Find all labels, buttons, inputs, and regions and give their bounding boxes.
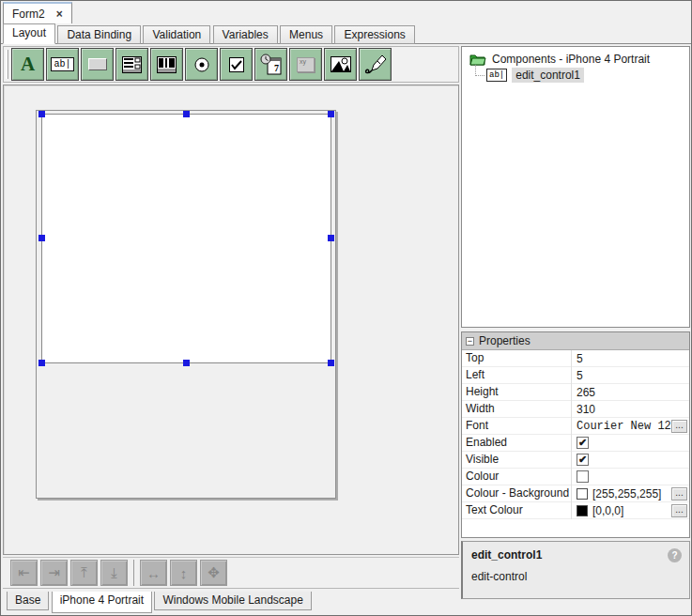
radio-icon bbox=[193, 56, 210, 73]
tab-expressions[interactable]: Expressions bbox=[334, 25, 414, 44]
resize-handle-middle-left[interactable] bbox=[38, 235, 45, 241]
datetime-icon: 7 bbox=[260, 54, 283, 76]
resize-handle-top-right[interactable] bbox=[328, 111, 334, 117]
resize-handle-top-left[interactable] bbox=[38, 111, 45, 117]
button-tool-button[interactable] bbox=[81, 48, 114, 81]
tree-child-label[interactable]: edit_control1 bbox=[512, 68, 584, 83]
text-colour-ellipsis-button[interactable]: ... bbox=[671, 504, 687, 517]
align-right-icon[interactable]: ⇥ bbox=[40, 560, 68, 586]
resize-handle-bottom-center[interactable] bbox=[183, 360, 190, 366]
property-value[interactable]: 5 bbox=[577, 369, 583, 382]
property-row-font[interactable]: Font Courier New 12 ... bbox=[462, 418, 689, 435]
help-icon[interactable]: ? bbox=[668, 548, 682, 562]
selected-control-type: edit-control bbox=[471, 570, 681, 583]
label-tool-button[interactable]: A bbox=[11, 48, 44, 81]
document-tab-form2[interactable]: Form2 × bbox=[3, 2, 72, 23]
resize-handle-middle-right[interactable] bbox=[328, 235, 334, 241]
toolbar-separator bbox=[133, 560, 134, 586]
tab-base[interactable]: Base bbox=[7, 592, 49, 610]
property-name: Width bbox=[462, 401, 572, 418]
label-icon: A bbox=[21, 53, 35, 76]
tree-root-node[interactable]: Components - iPhone 4 Portrait bbox=[469, 53, 689, 66]
tab-windows-mobile-landscape[interactable]: Windows Mobile Landscape bbox=[154, 592, 311, 610]
checkbox-icon bbox=[229, 57, 244, 72]
grid-tool-button[interactable] bbox=[150, 48, 183, 81]
tab-iphone4-portrait[interactable]: iPhone 4 Portrait bbox=[52, 592, 152, 613]
edit-tool-button[interactable]: ab| bbox=[46, 48, 79, 81]
tab-variables[interactable]: Variables bbox=[213, 25, 278, 44]
close-icon[interactable]: × bbox=[56, 8, 63, 21]
property-value[interactable]: 5 bbox=[577, 352, 583, 365]
panel-tool-button[interactable]: xy bbox=[289, 48, 322, 81]
same-height-icon[interactable]: ↕ bbox=[170, 560, 197, 586]
background-colour-ellipsis-button[interactable]: ... bbox=[671, 487, 687, 500]
property-row-height[interactable]: Height 265 bbox=[462, 384, 689, 401]
image-icon bbox=[331, 56, 351, 72]
signature-tool-button[interactable] bbox=[359, 48, 392, 81]
colour-checkbox[interactable] bbox=[577, 470, 589, 483]
resize-handle-top-center[interactable] bbox=[183, 111, 190, 117]
collapse-icon[interactable]: − bbox=[466, 337, 474, 346]
property-row-width[interactable]: Width 310 bbox=[462, 401, 689, 418]
property-name: Font bbox=[462, 418, 572, 435]
property-value[interactable]: 310 bbox=[577, 403, 595, 416]
control-description-panel: edit_control1 ? edit-control bbox=[461, 541, 690, 599]
edit-control1-widget[interactable] bbox=[41, 114, 331, 363]
property-name: Height bbox=[462, 384, 572, 401]
font-ellipsis-button[interactable]: ... bbox=[671, 420, 687, 433]
property-name: Left bbox=[462, 367, 572, 384]
selected-control-name: edit_control1 bbox=[471, 548, 681, 562]
device-form-surface[interactable] bbox=[36, 110, 336, 499]
property-name: Colour - Background bbox=[462, 485, 572, 502]
tab-validation[interactable]: Validation bbox=[143, 25, 210, 44]
property-value[interactable]: Courier New 12 bbox=[577, 420, 671, 433]
toolbar-grip[interactable] bbox=[6, 50, 8, 79]
edit-control-tree-icon: ab| bbox=[486, 69, 507, 82]
tree-child-node[interactable]: ab| edit_control1 bbox=[475, 66, 689, 83]
design-canvas[interactable] bbox=[3, 85, 459, 555]
text-colour-swatch[interactable] bbox=[577, 505, 588, 516]
device-tab-bar: Base iPhone 4 Portrait Windows Mobile La… bbox=[3, 592, 459, 613]
properties-title: Properties bbox=[479, 334, 531, 347]
property-value: [0,0,0] bbox=[592, 504, 623, 517]
button-icon bbox=[88, 58, 107, 70]
signature-pen-icon bbox=[363, 54, 388, 76]
property-name: Top bbox=[462, 350, 572, 367]
property-row-enabled[interactable]: Enabled ✔ bbox=[462, 435, 689, 452]
properties-panel: − Properties Top 5 Left 5 Height 265 Wid… bbox=[461, 331, 690, 538]
property-row-colour-background[interactable]: Colour - Background [255,255,255] ... bbox=[462, 485, 689, 502]
align-top-icon[interactable]: ⤒ bbox=[70, 560, 98, 586]
radio-tool-button[interactable] bbox=[185, 48, 218, 81]
same-width-icon[interactable]: ↔ bbox=[140, 560, 167, 586]
property-row-text-colour[interactable]: Text Colour [0,0,0] ... bbox=[462, 502, 689, 519]
listbox-icon bbox=[122, 56, 142, 73]
enabled-checkbox[interactable]: ✔ bbox=[577, 437, 589, 449]
designer-tab-bar: Layout Data Binding Validation Variables… bbox=[1, 23, 691, 44]
inspector-column: Components - iPhone 4 Portrait ab| edit_… bbox=[461, 46, 690, 613]
tab-menus[interactable]: Menus bbox=[280, 25, 332, 44]
same-size-icon[interactable]: ✥ bbox=[200, 560, 227, 586]
document-tab-label: Form2 bbox=[12, 8, 45, 21]
tab-data-binding[interactable]: Data Binding bbox=[57, 25, 141, 44]
align-left-icon[interactable]: ⇤ bbox=[10, 560, 38, 586]
form-designer-window: Form2 × Layout Data Binding Validation V… bbox=[0, 0, 692, 616]
listbox-tool-button[interactable] bbox=[115, 48, 148, 81]
visible-checkbox[interactable]: ✔ bbox=[577, 454, 589, 466]
checkbox-tool-button[interactable] bbox=[220, 48, 253, 81]
tree-connector-line bbox=[475, 65, 484, 76]
resize-handle-bottom-right[interactable] bbox=[328, 360, 334, 366]
datetime-tool-button[interactable]: 7 bbox=[254, 48, 287, 81]
property-row-top[interactable]: Top 5 bbox=[462, 350, 689, 367]
property-row-colour[interactable]: Colour bbox=[462, 469, 689, 485]
image-tool-button[interactable] bbox=[324, 48, 357, 81]
tab-layout[interactable]: Layout bbox=[3, 23, 55, 44]
align-bottom-icon[interactable]: ⤓ bbox=[100, 560, 128, 586]
document-tab-bar: Form2 × bbox=[1, 1, 691, 23]
resize-handle-bottom-left[interactable] bbox=[38, 360, 45, 366]
property-value[interactable]: 265 bbox=[577, 386, 595, 399]
property-row-left[interactable]: Left 5 bbox=[462, 367, 689, 384]
property-row-visible[interactable]: Visible ✔ bbox=[462, 452, 689, 469]
background-colour-swatch[interactable] bbox=[577, 488, 588, 500]
properties-header[interactable]: − Properties bbox=[462, 332, 689, 350]
open-folder-icon bbox=[469, 53, 486, 66]
